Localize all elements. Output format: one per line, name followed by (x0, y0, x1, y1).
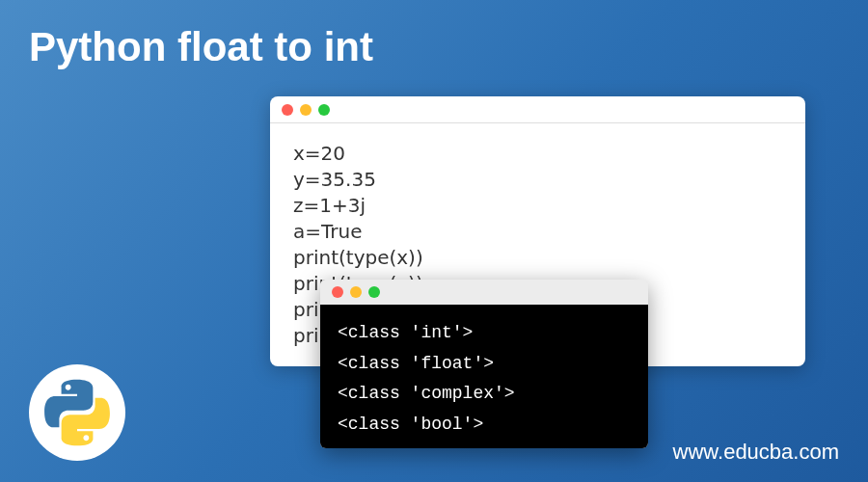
python-logo-icon (29, 364, 125, 461)
code-line: a=True (293, 219, 782, 245)
code-window-titlebar (270, 96, 805, 123)
close-icon (282, 104, 293, 116)
output-line: <class 'complex'> (338, 379, 631, 410)
maximize-icon (368, 286, 380, 298)
close-icon (332, 286, 343, 298)
output-line: <class 'float'> (338, 349, 631, 380)
minimize-icon (350, 286, 362, 298)
code-line: z=1+3j (293, 193, 782, 219)
output-line: <class 'int'> (338, 318, 631, 349)
python-icon-svg (43, 379, 111, 446)
website-url: www.educba.com (673, 440, 839, 465)
minimize-icon (300, 104, 312, 116)
terminal-output: <class 'int'> <class 'float'> <class 'co… (320, 305, 648, 448)
code-line: x=20 (293, 141, 782, 167)
terminal-titlebar (320, 280, 648, 305)
output-line: <class 'bool'> (338, 410, 631, 441)
maximize-icon (318, 104, 330, 116)
code-line: y=35.35 (293, 167, 782, 193)
terminal-window: <class 'int'> <class 'float'> <class 'co… (320, 280, 648, 448)
code-line: print(type(x)) (293, 245, 782, 271)
page-title: Python float to int (29, 24, 373, 70)
